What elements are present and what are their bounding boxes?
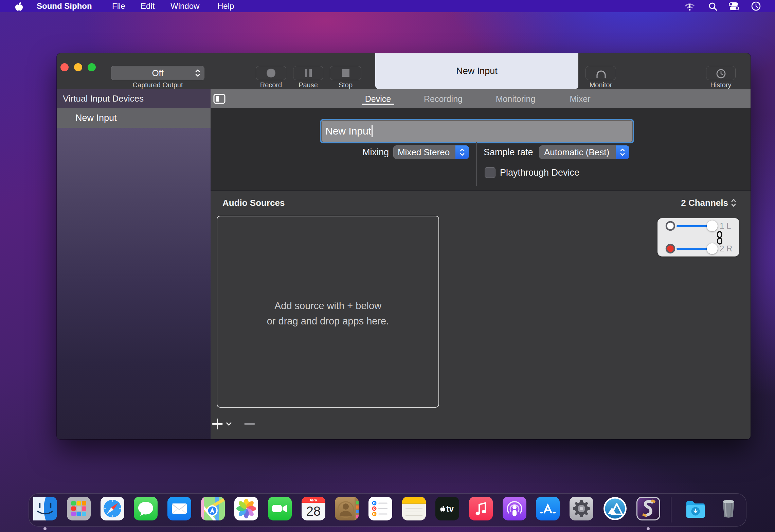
- dock-icon-mail[interactable]: [167, 497, 191, 520]
- dock-icon-notes[interactable]: [402, 497, 426, 520]
- history-label: History: [706, 81, 736, 89]
- zoom-button[interactable]: [88, 63, 96, 71]
- dock-icon-apple-tv[interactable]: tv: [435, 497, 459, 520]
- menu-app-name[interactable]: Sound Siphon: [37, 0, 92, 12]
- dock-icon-system-preferences[interactable]: [570, 497, 593, 520]
- search-icon[interactable]: [708, 2, 717, 11]
- dock-icon-music[interactable]: [469, 497, 493, 520]
- running-indicator-sound-siphon: [647, 527, 650, 530]
- sidebar: Virtual Input Devices New Input: [57, 89, 211, 439]
- menu-item-window[interactable]: Window: [170, 0, 199, 12]
- toggle-sidebar-icon[interactable]: [213, 94, 226, 104]
- device-name-value: New Input: [325, 120, 371, 142]
- text-caret: [372, 125, 373, 137]
- stop-button[interactable]: [330, 66, 361, 80]
- record-button[interactable]: [256, 66, 286, 80]
- minimize-button[interactable]: [74, 63, 82, 71]
- close-button[interactable]: [60, 63, 69, 71]
- captured-output-label: Captured Output: [111, 81, 204, 89]
- dock-icon-calendar[interactable]: APR 28: [302, 497, 325, 520]
- menu-bar: Sound Siphon File Edit Window Help: [0, 0, 775, 12]
- channel2-label: 2 R: [720, 243, 732, 254]
- channel2-indicator-icon[interactable]: [665, 243, 676, 254]
- sample-rate-value: Automatic (Best): [539, 145, 614, 159]
- dock-icon-reminders[interactable]: [368, 497, 392, 520]
- headphones-icon: [595, 69, 607, 78]
- pause-icon: [305, 69, 307, 77]
- channels-stepper-icon[interactable]: [731, 198, 736, 208]
- menu-item-help[interactable]: Help: [217, 0, 234, 12]
- popup-stepper-icon: [455, 145, 469, 159]
- mixing-value: Mixed Stereo: [393, 145, 454, 159]
- dock-icon-downloads[interactable]: [684, 497, 707, 520]
- wifi-alert-icon[interactable]: [684, 1, 696, 12]
- link-channels-icon[interactable]: [716, 231, 723, 245]
- calendar-day: 28: [306, 504, 321, 518]
- sidebar-background: [57, 128, 211, 439]
- popup-stepper-icon: [616, 145, 629, 159]
- monitor-button[interactable]: [585, 66, 616, 80]
- clock-icon[interactable]: [751, 1, 761, 11]
- record-label: Record: [256, 81, 286, 89]
- dropzone-hint-line1: Add source with + below: [217, 299, 439, 313]
- dock-icon-trash[interactable]: [717, 497, 740, 520]
- dock-icon-launchpad[interactable]: [67, 497, 91, 520]
- dock-icon-podcasts[interactable]: [503, 497, 526, 520]
- playthrough-checkbox[interactable]: [485, 167, 495, 178]
- document-tab-new-input[interactable]: New Input: [375, 53, 578, 89]
- channel1-indicator-icon[interactable]: [665, 220, 676, 231]
- tab-recording[interactable]: Recording: [421, 89, 465, 108]
- form-divider: [476, 142, 477, 186]
- channels-selector-value[interactable]: 2 Channels: [620, 197, 728, 209]
- record-icon: [267, 69, 275, 77]
- dock-icon-finder[interactable]: [33, 497, 57, 520]
- device-name-field[interactable]: New Input: [321, 120, 633, 142]
- tab-mixer[interactable]: Mixer: [558, 89, 602, 108]
- pause-button[interactable]: [293, 66, 323, 80]
- dock-icon-photos[interactable]: [234, 497, 258, 520]
- dock-icon-messages[interactable]: [134, 497, 158, 520]
- sample-rate-popup[interactable]: Automatic (Best): [539, 145, 629, 159]
- add-source-chevron-icon[interactable]: [226, 422, 232, 426]
- view-tab-strip: Device Recording Monitoring Mixer: [211, 89, 751, 108]
- sidebar-item-new-input[interactable]: New Input: [57, 108, 211, 128]
- dock-icon-facetime[interactable]: [268, 497, 292, 520]
- dock-icon-app-store[interactable]: [536, 497, 560, 520]
- dock-icon-maps[interactable]: [201, 497, 225, 520]
- channel1-label: 1 L: [720, 220, 731, 231]
- control-center-icon[interactable]: [728, 2, 740, 11]
- dock-icon-sound-siphon[interactable]: [636, 497, 660, 520]
- channel1-slider-knob[interactable]: [707, 220, 718, 231]
- sidebar-item-label: New Input: [75, 108, 117, 128]
- popup-chevrons-icon: [195, 69, 200, 77]
- window-toolbar: Off Captured Output Record Pause Stop Ne…: [57, 53, 751, 89]
- pause-label: Pause: [293, 81, 323, 89]
- dock-icon-safari[interactable]: [101, 497, 124, 520]
- tab-device[interactable]: Device: [356, 89, 400, 108]
- app-window: Off Captured Output Record Pause Stop Ne…: [57, 53, 751, 439]
- captured-output-popup[interactable]: Off: [111, 66, 204, 80]
- dock-divider: [671, 497, 671, 522]
- captured-output-value: Off: [111, 66, 204, 80]
- selected-tab-underline: [362, 104, 394, 105]
- history-clock-icon: [716, 69, 726, 79]
- dock-icon-contacts[interactable]: [335, 497, 359, 520]
- desktop: { "menu_bar": { "app_name": "Sound Sipho…: [0, 0, 775, 532]
- dropzone-hint-line2: or drag and drop apps here.: [217, 314, 439, 328]
- menu-item-edit[interactable]: Edit: [141, 0, 155, 12]
- channel2-slider-knob[interactable]: [707, 243, 718, 254]
- mixing-popup[interactable]: Mixed Stereo: [393, 145, 469, 159]
- calendar-month: APR: [309, 498, 317, 502]
- running-indicator-finder: [43, 527, 47, 530]
- dock-icon-mountain-app[interactable]: [603, 497, 627, 520]
- monitor-label: Monitor: [585, 81, 616, 89]
- apple-menu-icon[interactable]: [15, 2, 23, 11]
- remove-source-button[interactable]: [244, 418, 256, 430]
- tab-monitoring[interactable]: Monitoring: [493, 89, 538, 108]
- channel-mapping-widget: 1 L 2 R: [657, 218, 739, 256]
- history-button[interactable]: [706, 66, 736, 80]
- add-source-button[interactable]: [211, 418, 223, 430]
- menu-item-file[interactable]: File: [112, 0, 125, 12]
- svg-text:tv: tv: [446, 504, 454, 513]
- sidebar-header: Virtual Input Devices: [57, 89, 211, 108]
